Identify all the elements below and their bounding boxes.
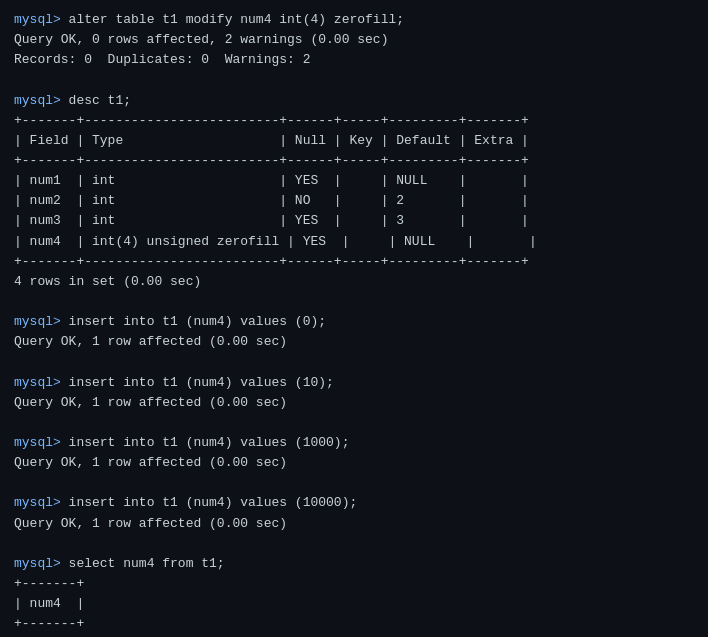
- line-5: mysql> desc t1;: [14, 91, 694, 111]
- line-20: Query OK, 1 row affected (0.00 sec): [14, 393, 694, 413]
- line-15: [14, 292, 694, 312]
- line-16: mysql> insert into t1 (num4) values (0);: [14, 312, 694, 332]
- line-27: [14, 534, 694, 554]
- line-6: +-------+-------------------------+-----…: [14, 111, 694, 131]
- line-4: [14, 70, 694, 90]
- line-21: [14, 413, 694, 433]
- line-24: [14, 473, 694, 493]
- line-8: +-------+-------------------------+-----…: [14, 151, 694, 171]
- line-10: | num2 | int | NO | | 2 | |: [14, 191, 694, 211]
- line-19: mysql> insert into t1 (num4) values (10)…: [14, 373, 694, 393]
- line-28: mysql> select num4 from t1;: [14, 554, 694, 574]
- line-25: mysql> insert into t1 (num4) values (100…: [14, 493, 694, 513]
- line-13: +-------+-------------------------+-----…: [14, 252, 694, 272]
- line-17: Query OK, 1 row affected (0.00 sec): [14, 332, 694, 352]
- line-11: | num3 | int | YES | | 3 | |: [14, 211, 694, 231]
- line-23: Query OK, 1 row affected (0.00 sec): [14, 453, 694, 473]
- line-14: 4 rows in set (0.00 sec): [14, 272, 694, 292]
- line-1: mysql> alter table t1 modify num4 int(4)…: [14, 10, 694, 30]
- line-9: | num1 | int | YES | | NULL | |: [14, 171, 694, 191]
- line-22: mysql> insert into t1 (num4) values (100…: [14, 433, 694, 453]
- line-26: Query OK, 1 row affected (0.00 sec): [14, 514, 694, 534]
- line-31: +-------+: [14, 614, 694, 634]
- line-7: | Field | Type | Null | Key | Default | …: [14, 131, 694, 151]
- line-30: | num4 |: [14, 594, 694, 614]
- line-18: [14, 352, 694, 372]
- line-2: Query OK, 0 rows affected, 2 warnings (0…: [14, 30, 694, 50]
- terminal-window: mysql> alter table t1 modify num4 int(4)…: [0, 0, 708, 637]
- line-12: | num4 | int(4) unsigned zerofill | YES …: [14, 232, 694, 252]
- line-29: +-------+: [14, 574, 694, 594]
- line-3: Records: 0 Duplicates: 0 Warnings: 2: [14, 50, 694, 70]
